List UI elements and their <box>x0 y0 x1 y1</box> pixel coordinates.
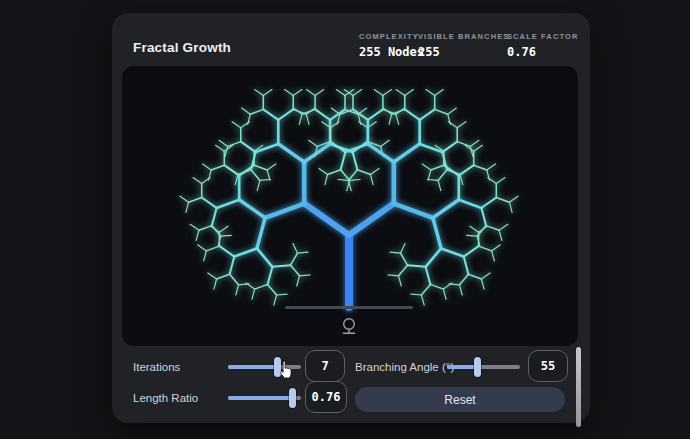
fractal-tree <box>122 66 578 346</box>
iterations-label: Iterations <box>133 361 180 373</box>
reset-button[interactable]: Reset <box>355 387 565 412</box>
panel-title: Fractal Growth <box>133 40 231 55</box>
length-ratio-label: Length Ratio <box>133 392 198 404</box>
branching-angle-slider-fill <box>447 365 478 369</box>
stat-scale-factor: SCALE FACTOR 0.76 <box>507 32 578 59</box>
iterations-slider-thumb[interactable] <box>274 357 281 377</box>
iterations-value-field[interactable]: 7 <box>305 350 345 382</box>
stat-scale-factor-value: 0.76 <box>507 45 578 59</box>
scrollbar-thumb[interactable] <box>576 347 581 427</box>
stat-complexity-label: COMPLEXITY <box>359 32 424 41</box>
branching-angle-value-field[interactable]: 55 <box>528 350 568 382</box>
fractal-canvas <box>122 66 578 346</box>
branching-angle-slider[interactable] <box>447 357 520 377</box>
stat-visible-branches: VISIBLE BRANCHES 255 <box>418 32 509 59</box>
iterations-slider-fill <box>228 365 278 369</box>
length-ratio-slider-fill <box>228 396 292 400</box>
length-ratio-slider-thumb[interactable] <box>289 388 296 408</box>
stat-complexity: COMPLEXITY 255 Nodes <box>359 32 424 59</box>
length-ratio-value-field[interactable]: 0.76 <box>305 381 347 413</box>
fractal-growth-panel: Fractal Growth COMPLEXITY 255 Nodes VISI… <box>112 13 590 423</box>
length-ratio-slider[interactable] <box>228 388 301 408</box>
tree-icon <box>338 316 360 338</box>
stat-scale-factor-label: SCALE FACTOR <box>507 32 578 41</box>
ground-line <box>285 306 413 309</box>
stat-visible-branches-value: 255 <box>418 45 509 59</box>
branching-angle-label: Branching Angle (°) <box>355 361 454 373</box>
stat-visible-branches-label: VISIBLE BRANCHES <box>418 32 509 41</box>
branching-angle-slider-thumb[interactable] <box>474 357 481 377</box>
stat-complexity-value: 255 Nodes <box>359 45 424 59</box>
iterations-slider[interactable] <box>228 357 301 377</box>
